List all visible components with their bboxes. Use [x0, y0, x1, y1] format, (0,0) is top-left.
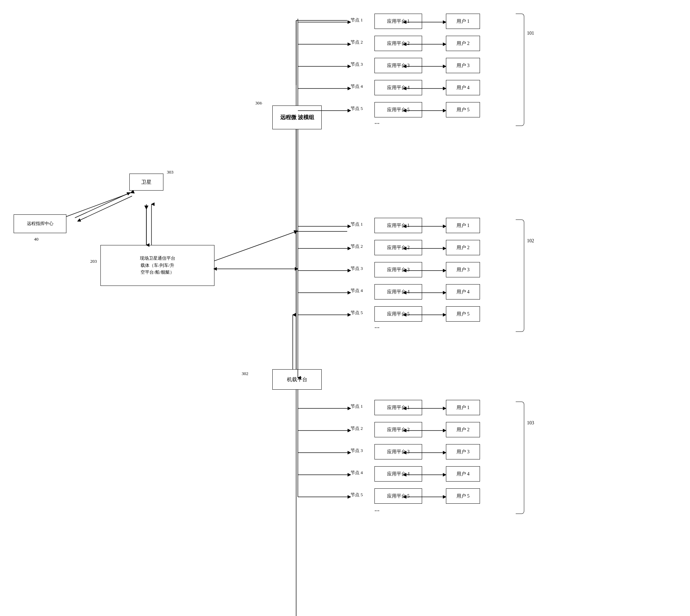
g3-user4-box: 用户 4: [446, 466, 480, 482]
g3-dots: ···: [374, 507, 380, 515]
g3-node2-label: 节点 2: [351, 425, 363, 432]
g3-user2-box: 用户 2: [446, 422, 480, 437]
g3-platform2-box: 应用平台 2: [374, 422, 422, 437]
g1-user1-box: 用户 1: [446, 14, 480, 29]
group1-bracket: [516, 14, 524, 126]
g2-user3-box: 用户 3: [446, 262, 480, 277]
g2-user1-box: 用户 1: [446, 218, 480, 233]
g2-platform5-box: 应用平台 5: [374, 306, 422, 322]
g3-user3-box: 用户 3: [446, 444, 480, 459]
airborne-ref: 302: [242, 371, 248, 376]
g3-node4-label: 节点 4: [351, 470, 363, 476]
airborne-box: 机载平台: [272, 369, 322, 390]
g2-user4-box: 用户 4: [446, 284, 480, 299]
remote-microwave-box: 远程微 波模组: [272, 106, 322, 129]
svg-line-7: [63, 192, 132, 218]
g3-node3-label: 节点 3: [351, 448, 363, 454]
onsite-satellite-label: 现场卫星通信平台 载体（车/列车/升 空平台/船/舰艇）: [140, 255, 175, 276]
g1-platform3-box: 应用平台 3: [374, 58, 422, 73]
group3-ref: 103: [527, 420, 534, 426]
g1-platform4-box: 应用平台 4: [374, 80, 422, 95]
remote-command-box: 远程指挥中心: [14, 214, 66, 233]
g2-user5-box: 用户 5: [446, 306, 480, 322]
g3-user1-box: 用户 1: [446, 400, 480, 415]
g1-platform1-box: 应用平台 1: [374, 14, 422, 29]
satellite-label: 卫星: [141, 179, 151, 186]
svg-line-9: [211, 231, 296, 262]
group1-ref: 101: [527, 31, 534, 36]
g2-platform4-box: 应用平台 4: [374, 284, 422, 299]
group2-ref: 102: [527, 238, 534, 244]
connection-lines: [0, 0, 690, 616]
g1-node4-label: 节点 4: [351, 83, 363, 90]
g3-node1-label: 节点 1: [351, 403, 363, 409]
g3-user5-box: 用户 5: [446, 488, 480, 504]
g1-dots: ···: [374, 120, 380, 128]
g2-platform2-box: 应用平台 2: [374, 240, 422, 255]
g3-platform1-box: 应用平台 1: [374, 400, 422, 415]
remote-command-label: 远程指挥中心: [27, 221, 53, 227]
group3-bracket: [516, 402, 524, 514]
g3-platform3-box: 应用平台 3: [374, 444, 422, 459]
svg-line-26: [78, 196, 132, 221]
svg-line-27: [75, 193, 130, 218]
g1-user4-box: 用户 4: [446, 80, 480, 95]
diagram: 远程微 波模组 301 ⌒ 卫星 303 远程指挥中心 40 现场卫星通信平台 …: [0, 0, 690, 616]
g1-user5-box: 用户 5: [446, 102, 480, 117]
onsite-satellite-ref: 203: [90, 259, 97, 264]
g2-platform3-box: 应用平台 3: [374, 262, 422, 277]
g2-dots: ···: [374, 324, 380, 332]
satellite-ref: 303: [167, 169, 174, 175]
g1-platform2-box: 应用平台 2: [374, 36, 422, 51]
remote-command-ref: 40: [34, 237, 38, 242]
g1-node5-label: 节点 5: [351, 106, 363, 112]
g2-platform1-box: 应用平台 1: [374, 218, 422, 233]
onsite-satellite-box: 现场卫星通信平台 载体（车/列车/升 空平台/船/舰艇）: [100, 245, 214, 286]
g3-platform5-box: 应用平台 5: [374, 488, 422, 504]
remote-microwave-label: 远程微 波模组: [280, 114, 314, 121]
g1-user3-box: 用户 3: [446, 58, 480, 73]
group2-bracket: [516, 220, 524, 332]
g1-user2-box: 用户 2: [446, 36, 480, 51]
g2-node3-label: 节点 3: [351, 265, 363, 272]
remote-microwave-ref-line: ⌒: [259, 102, 263, 108]
g2-node5-label: 节点 5: [351, 310, 363, 316]
g1-node1-label: 节点 1: [351, 17, 363, 23]
g2-node4-label: 节点 4: [351, 288, 363, 294]
g2-user2-box: 用户 2: [446, 240, 480, 255]
g2-node1-label: 节点 1: [351, 221, 363, 227]
g1-node3-label: 节点 3: [351, 61, 363, 67]
g2-node2-label: 节点 2: [351, 243, 363, 249]
g1-platform5-box: 应用平台 5: [374, 102, 422, 117]
satellite-box: 卫星: [129, 174, 163, 191]
g1-node2-label: 节点 2: [351, 39, 363, 45]
g3-platform4-box: 应用平台 4: [374, 466, 422, 482]
all-arrows: [0, 0, 690, 616]
g3-node5-label: 节点 5: [351, 492, 363, 498]
airborne-label: 机载平台: [287, 376, 307, 383]
